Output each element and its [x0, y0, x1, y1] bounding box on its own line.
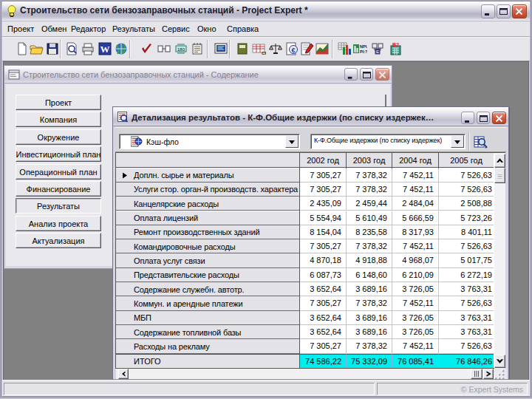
svg-text:€: €	[291, 47, 295, 54]
svg-text:E: E	[376, 50, 379, 54]
svg-text:W: W	[100, 44, 110, 55]
svg-text:PI:?: PI:?	[360, 50, 367, 54]
svg-text:180: 180	[177, 47, 185, 52]
svg-text:B?: B?	[392, 42, 399, 47]
svg-text:CF: CF	[262, 51, 266, 55]
svg-text:NPU?: NPU?	[360, 44, 367, 49]
